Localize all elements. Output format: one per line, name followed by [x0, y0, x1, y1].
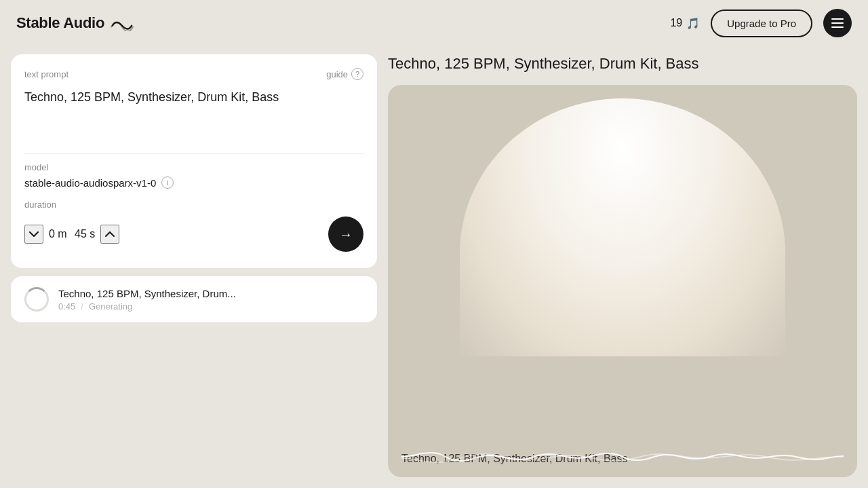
arrow-right-icon: →: [339, 227, 353, 241]
result-title: Techno, 125 BPM, Synthesizer, Drum Kit, …: [388, 54, 857, 74]
logo-area: Stable Audio: [16, 14, 134, 32]
audio-card: Techno, 125 BPM, Synthesizer, Drum Kit, …: [388, 85, 857, 477]
minutes-down-button[interactable]: [24, 225, 43, 244]
upgrade-button[interactable]: Upgrade to Pro: [711, 10, 812, 37]
music-note-icon: 🎵: [686, 17, 700, 30]
credits-badge: 19 🎵: [670, 17, 700, 30]
menu-line-1: [831, 18, 844, 20]
queue-info: Techno, 125 BPM, Synthesizer, Drum... 0:…: [58, 288, 363, 312]
duration-section: duration 0 m 45 s →: [24, 200, 363, 252]
left-panel: text prompt guide ? Techno, 125 BPM, Syn…: [11, 54, 377, 477]
duration-row: 0 m 45 s →: [24, 217, 363, 252]
menu-line-3: [831, 26, 844, 28]
header-right: 19 🎵 Upgrade to Pro: [670, 9, 852, 37]
queue-item-meta: 0:45 / Generating: [58, 301, 363, 312]
app-header: Stable Audio 19 🎵 Upgrade to Pro: [0, 0, 868, 46]
audio-visual: [388, 85, 857, 443]
model-label: model: [24, 162, 363, 172]
prompt-label: text prompt: [24, 69, 68, 79]
guide-link-text: guide: [326, 69, 348, 79]
prompt-card: text prompt guide ? Techno, 125 BPM, Syn…: [11, 54, 377, 268]
loading-spinner: [24, 287, 49, 312]
duration-controls: 0 m 45 s: [24, 225, 328, 244]
app-title: Stable Audio: [16, 14, 104, 32]
logo-icon: [110, 16, 134, 31]
model-value-row: stable-audio-audiosparx-v1-0 i: [24, 176, 363, 189]
guide-help-icon: ?: [351, 68, 363, 80]
waveform-svg: [401, 443, 844, 470]
queue-separator: /: [81, 301, 83, 312]
menu-button[interactable]: [823, 9, 852, 37]
duration-seconds: 45 s: [75, 228, 95, 240]
prompt-card-header: text prompt guide ?: [24, 68, 363, 80]
menu-line-2: [831, 22, 844, 24]
model-info-icon[interactable]: i: [161, 176, 174, 189]
prompt-text[interactable]: Techno, 125 BPM, Synthesizer, Drum Kit, …: [24, 88, 363, 143]
seconds-up-button[interactable]: [100, 225, 119, 244]
queue-duration: 0:45: [58, 301, 75, 312]
right-panel: Techno, 125 BPM, Synthesizer, Drum Kit, …: [388, 54, 857, 477]
generate-button[interactable]: →: [328, 217, 363, 252]
credits-count: 19: [670, 17, 682, 29]
queue-card: Techno, 125 BPM, Synthesizer, Drum... 0:…: [11, 276, 377, 322]
duration-minutes: 0 m: [49, 228, 69, 240]
guide-link[interactable]: guide ?: [326, 68, 363, 80]
main-content: text prompt guide ? Techno, 125 BPM, Syn…: [0, 46, 868, 488]
queue-item: Techno, 125 BPM, Synthesizer, Drum... 0:…: [24, 287, 363, 312]
dome-visual: [460, 98, 785, 356]
model-name: stable-audio-audiosparx-v1-0: [24, 177, 156, 189]
model-section: model stable-audio-audiosparx-v1-0 i: [24, 162, 363, 189]
waveform-area: [388, 436, 857, 477]
divider-1: [24, 153, 363, 154]
duration-label: duration: [24, 200, 363, 210]
queue-status: Generating: [89, 301, 132, 312]
queue-item-title: Techno, 125 BPM, Synthesizer, Drum...: [58, 288, 363, 299]
